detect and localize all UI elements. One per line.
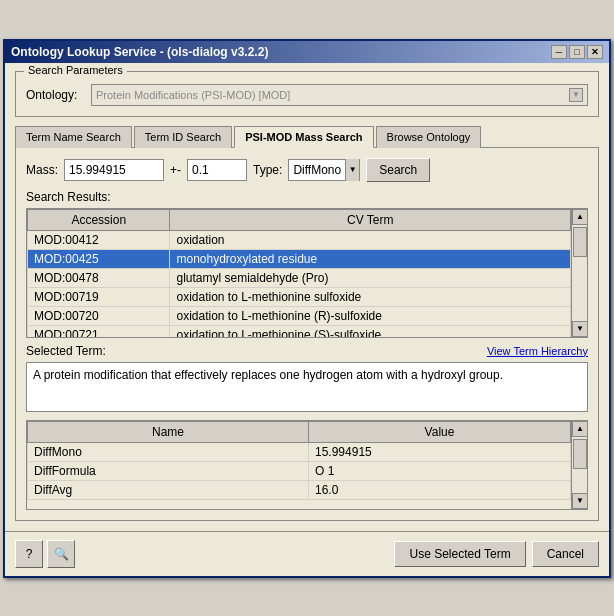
properties-table: Name Value DiffMono 15.994915 DiffFormul… [27, 421, 571, 500]
accession-cell: MOD:00412 [28, 230, 170, 249]
term-cell: oxidation [170, 230, 571, 249]
view-hierarchy-link[interactable]: View Term Hierarchy [487, 345, 588, 357]
bottom-bar: ? 🔍 Use Selected Term Cancel [5, 531, 609, 576]
scroll-up-btn[interactable]: ▲ [572, 209, 588, 225]
search-icon: 🔍 [54, 547, 69, 561]
col-value: Value [309, 421, 571, 442]
tab-psi-mod[interactable]: PSI-MOD Mass Search [234, 126, 373, 148]
ontology-row: Ontology: Protein Modifications (PSI-MOD… [26, 84, 588, 106]
props-scrollbar[interactable]: ▲ ▼ [571, 421, 587, 509]
col-cv-term: CV Term [170, 209, 571, 230]
help-icon: ? [26, 547, 33, 561]
table-row[interactable]: MOD:00478 glutamyl semialdehyde (Pro) [28, 268, 571, 287]
search-params-group: Search Parameters Ontology: Protein Modi… [15, 71, 599, 117]
results-table-wrapper: Accession CV Term MOD:00412 oxidation MO… [27, 209, 571, 337]
col-name: Name [28, 421, 309, 442]
mass-label: Mass: [26, 163, 58, 177]
ontology-label: Ontology: [26, 88, 91, 102]
accession-cell: MOD:00425 [28, 249, 170, 268]
term-cell: oxidation to L-methionine (R)-sulfoxide [170, 306, 571, 325]
col-accession: Accession [28, 209, 170, 230]
selected-term-label: Selected Term: [26, 344, 106, 358]
pm-symbol: +- [170, 163, 181, 177]
bottom-right-buttons: Use Selected Term Cancel [394, 541, 599, 567]
search-icon-button[interactable]: 🔍 [47, 540, 75, 568]
search-results-label: Search Results: [26, 190, 588, 204]
list-item[interactable]: DiffMono 15.994915 [28, 442, 571, 461]
list-item[interactable]: DiffAvg 16.0 [28, 480, 571, 499]
scroll-track[interactable] [572, 225, 587, 321]
bottom-left-buttons: ? 🔍 [15, 540, 75, 568]
minimize-button[interactable]: ─ [551, 45, 567, 59]
scroll-down-btn[interactable]: ▼ [572, 321, 588, 337]
term-cell: monohydroxylated residue [170, 249, 571, 268]
ontology-dropdown-arrow[interactable]: ▼ [569, 88, 583, 102]
window-title: Ontology Lookup Service - (ols-dialog v3… [11, 45, 268, 59]
prop-name: DiffFormula [28, 461, 309, 480]
prop-name: DiffAvg [28, 480, 309, 499]
title-bar: Ontology Lookup Service - (ols-dialog v3… [5, 41, 609, 63]
help-button[interactable]: ? [15, 540, 43, 568]
properties-table-container: Name Value DiffMono 15.994915 DiffFormul… [26, 420, 588, 510]
tabs-container: Term Name Search Term ID Search PSI-MOD … [15, 125, 599, 148]
table-row[interactable]: MOD:00720 oxidation to L-methionine (R)-… [28, 306, 571, 325]
tab-content: Mass: +- Type: DiffMono ▼ Search Search … [15, 148, 599, 521]
accession-cell: MOD:00478 [28, 268, 170, 287]
prop-value: 15.994915 [309, 442, 571, 461]
list-item[interactable]: DiffFormula O 1 [28, 461, 571, 480]
tolerance-input[interactable] [187, 159, 247, 181]
main-window: Ontology Lookup Service - (ols-dialog v3… [3, 39, 611, 578]
prop-name: DiffMono [28, 442, 309, 461]
cancel-button[interactable]: Cancel [532, 541, 599, 567]
use-selected-button[interactable]: Use Selected Term [394, 541, 525, 567]
prop-value: O 1 [309, 461, 571, 480]
results-table-container: Accession CV Term MOD:00412 oxidation MO… [26, 208, 588, 338]
props-scroll-down-btn[interactable]: ▼ [572, 493, 588, 509]
props-scroll-up-btn[interactable]: ▲ [572, 421, 588, 437]
title-bar-buttons: ─ □ ✕ [551, 45, 603, 59]
type-dropdown-arrow[interactable]: ▼ [345, 159, 359, 181]
maximize-button[interactable]: □ [569, 45, 585, 59]
content-area: Search Parameters Ontology: Protein Modi… [5, 63, 609, 531]
type-value: DiffMono [289, 163, 345, 177]
tab-term-name[interactable]: Term Name Search [15, 126, 132, 148]
mass-row: Mass: +- Type: DiffMono ▼ Search [26, 158, 588, 182]
ontology-select[interactable]: Protein Modifications (PSI-MOD) [MOD] ▼ [91, 84, 588, 106]
properties-table-wrapper: Name Value DiffMono 15.994915 DiffFormul… [27, 421, 571, 509]
accession-cell: MOD:00720 [28, 306, 170, 325]
accession-cell: MOD:00719 [28, 287, 170, 306]
type-select[interactable]: DiffMono ▼ [288, 159, 360, 181]
type-label: Type: [253, 163, 282, 177]
tab-term-id[interactable]: Term ID Search [134, 126, 232, 148]
prop-value: 16.0 [309, 480, 571, 499]
term-description: A protein modification that effectively … [26, 362, 588, 412]
term-cell: glutamyl semialdehyde (Pro) [170, 268, 571, 287]
scroll-thumb[interactable] [573, 227, 587, 257]
tab-browse-ontology[interactable]: Browse Ontology [376, 126, 482, 148]
table-row[interactable]: MOD:00721 oxidation to L-methionine (S)-… [28, 325, 571, 337]
results-table: Accession CV Term MOD:00412 oxidation MO… [27, 209, 571, 337]
close-button[interactable]: ✕ [587, 45, 603, 59]
term-cell: oxidation to L-methionine sulfoxide [170, 287, 571, 306]
results-scrollbar[interactable]: ▲ ▼ [571, 209, 587, 337]
term-cell: oxidation to L-methionine (S)-sulfoxide [170, 325, 571, 337]
ontology-value: Protein Modifications (PSI-MOD) [MOD] [96, 89, 569, 101]
search-params-label: Search Parameters [24, 64, 127, 76]
selected-term-row: Selected Term: View Term Hierarchy [26, 344, 588, 358]
props-scroll-track[interactable] [572, 437, 587, 493]
props-scroll-thumb[interactable] [573, 439, 587, 469]
search-button[interactable]: Search [366, 158, 430, 182]
mass-input[interactable] [64, 159, 164, 181]
table-row[interactable]: MOD:00719 oxidation to L-methionine sulf… [28, 287, 571, 306]
table-row[interactable]: MOD:00412 oxidation [28, 230, 571, 249]
accession-cell: MOD:00721 [28, 325, 170, 337]
table-row[interactable]: MOD:00425 monohydroxylated residue [28, 249, 571, 268]
